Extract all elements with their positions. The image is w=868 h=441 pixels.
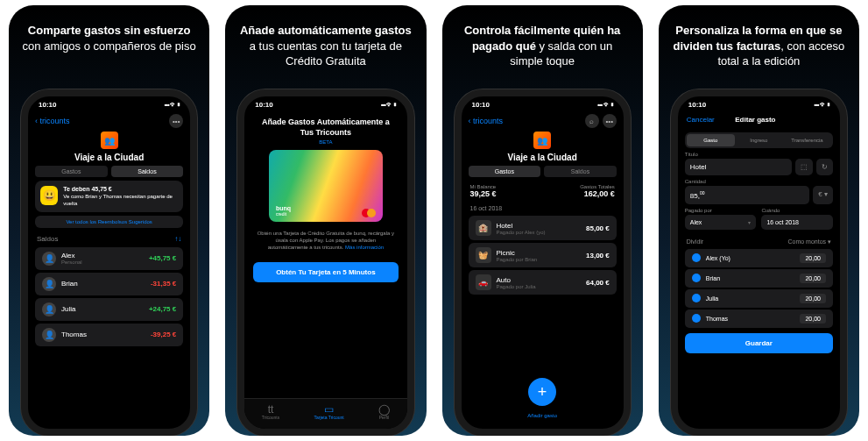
promo-title: Añade Gastos Automáticamente a Tus Trico… xyxy=(244,110,406,139)
tab-saldos[interactable]: Saldos xyxy=(111,166,184,177)
get-card-button[interactable]: Obtén Tu Tarjeta en 5 Minutos xyxy=(253,262,398,282)
when-label: Cuándo xyxy=(761,208,833,213)
paidby-label: Pagado por xyxy=(685,208,757,213)
currency-button[interactable]: € ▾ xyxy=(813,186,833,204)
title-input[interactable]: Hotel xyxy=(685,159,792,175)
balance-row[interactable]: 👤 Thomas -39,25 € xyxy=(35,324,183,346)
total-expenses: Gastos Totales162,00 € xyxy=(580,184,615,198)
balance-row[interactable]: 👤 Julia +24,75 € xyxy=(35,298,183,321)
more-icon[interactable]: ••• xyxy=(603,114,617,128)
mastercard-icon xyxy=(362,209,376,217)
nav-profile[interactable]: ◯Perfil xyxy=(378,404,390,420)
search-icon[interactable]: ⌕ xyxy=(585,114,599,128)
add-expense-fab[interactable]: + xyxy=(528,378,556,406)
segment-tabs: Gasto Ingreso Transferencia xyxy=(685,132,833,148)
expense-icon: 🧺 xyxy=(476,247,491,263)
seg-transfer[interactable]: Transferencia xyxy=(783,134,831,146)
balance-amount: -39,25 € xyxy=(151,331,176,338)
balance-row[interactable]: 👤 AlexPersonal +45,75 € xyxy=(35,247,183,270)
screenshot-2: Añade automáticamente gastos a tus cuent… xyxy=(225,5,426,436)
checkbox-icon[interactable] xyxy=(692,314,701,323)
back-button[interactable]: ‹ tricounts xyxy=(35,117,70,125)
split-amount[interactable]: 20,00 xyxy=(800,294,826,303)
suggested-link[interactable]: Ver todos los Reembolsos Sugeridos xyxy=(35,216,183,228)
split-row[interactable]: Brian 20,00 xyxy=(685,269,833,288)
date-header: 16 oct 2018 xyxy=(462,202,624,213)
balance-amount: -31,35 € xyxy=(151,280,176,288)
headline-1: Comparte gastos sin esfuerzo con amigos … xyxy=(21,23,197,74)
person-name: Alex xyxy=(61,252,75,260)
split-name: Alex (Yo) xyxy=(706,255,801,261)
tab-gastos[interactable]: Gastos xyxy=(469,166,541,177)
screenshot-1: Comparte gastos sin esfuerzo con amigos … xyxy=(9,5,209,436)
headline-3: Controla fácilmente quién ha pagado qué … xyxy=(455,23,631,74)
phone-frame: 10:10••• ᯤ ▮ Añade Gastos Automáticament… xyxy=(237,89,413,436)
category-icon[interactable]: ⬚ xyxy=(795,159,813,175)
seg-ingreso[interactable]: Ingreso xyxy=(735,134,783,146)
group-title: Viaje a la Ciudad xyxy=(462,153,624,162)
tab-gastos[interactable]: Gastos xyxy=(35,166,108,177)
nav-tricounts[interactable]: ttTricounts xyxy=(262,404,279,420)
split-name: Brian xyxy=(706,275,801,281)
expense-sub: Pagado por Brian xyxy=(497,257,587,262)
nav-card[interactable]: ▭Tarjeta Tricount xyxy=(314,404,343,420)
balance-amount: +24,75 € xyxy=(149,305,176,313)
modal-title: Editar gasto xyxy=(715,116,796,124)
checkbox-icon[interactable] xyxy=(692,274,701,282)
split-row[interactable]: Thomas 20,00 xyxy=(685,309,833,328)
split-amount[interactable]: 20,00 xyxy=(800,253,826,263)
seg-gasto[interactable]: Gasto xyxy=(687,134,735,146)
expense-sub: Pagado por Alex (yo) xyxy=(497,230,587,235)
alert-card[interactable]: 😃 Te deben 45,75 €Ve como Brian y Thomas… xyxy=(35,181,183,212)
split-name: Julia xyxy=(706,295,801,302)
when-select[interactable]: 16 oct 2018 xyxy=(761,215,833,230)
expense-row[interactable]: 🧺 PicnicPagado por Brian 13,00 € xyxy=(469,243,617,267)
recurring-icon[interactable]: ↻ xyxy=(816,159,833,175)
checkbox-icon[interactable] xyxy=(692,253,701,262)
beta-badge: BETA xyxy=(244,139,406,145)
avatar-icon: 👤 xyxy=(42,328,56,342)
more-link[interactable]: Más información xyxy=(345,245,384,250)
expense-icon: 🏨 xyxy=(476,220,491,236)
add-expense-label: Añadir gasto xyxy=(527,413,557,418)
split-mode[interactable]: Como montos ▾ xyxy=(787,238,831,245)
split-amount[interactable]: 20,00 xyxy=(800,274,826,283)
screenshot-4: Personaliza la forma en que se dividen t… xyxy=(659,5,859,436)
avatar-icon: 👤 xyxy=(42,277,56,291)
back-button[interactable]: ‹ tricounts xyxy=(469,117,504,125)
headline-4: Personaliza la forma en que se dividen t… xyxy=(671,23,847,74)
expense-icon: 🚗 xyxy=(476,274,491,290)
expense-row[interactable]: 🚗 AutoPagado por Julia 64,00 € xyxy=(469,270,617,295)
balance-amount: +45,75 € xyxy=(149,254,176,262)
expense-amount: 85,00 € xyxy=(586,224,610,232)
save-button[interactable]: Guardar xyxy=(685,333,833,353)
checkbox-icon[interactable] xyxy=(692,294,701,302)
more-icon[interactable]: ••• xyxy=(169,114,183,128)
expense-name: Hotel xyxy=(497,222,513,230)
avatar-icon: 👤 xyxy=(42,302,56,317)
balance-row[interactable]: 👤 Brian -31,35 € xyxy=(35,273,183,295)
headline-2: Añade automáticamente gastos a tus cuent… xyxy=(237,23,413,74)
phone-frame: 10:10••• ᯤ ▮ ‹ tricounts ••• 👥 Viaje a l… xyxy=(21,89,197,436)
phone-frame: 10:10••• ᯤ ▮ Cancelar Editar gasto Gasto… xyxy=(671,89,847,436)
my-balance: Mi Balance39,25 € xyxy=(470,184,497,198)
tab-saldos[interactable]: Saldos xyxy=(544,166,617,177)
split-row[interactable]: Alex (Yo) 20,00 xyxy=(685,249,833,267)
split-row[interactable]: Julia 20,00 xyxy=(685,289,833,308)
credit-card: bunqcredit xyxy=(269,150,383,222)
amount-label: Cantidad xyxy=(685,179,833,184)
person-sub: Personal xyxy=(61,260,149,265)
expense-row[interactable]: 🏨 HotelPagado por Alex (yo) 85,00 € xyxy=(469,216,617,240)
sort-icon[interactable]: ↑↓ xyxy=(174,235,181,243)
avatar-icon: 👤 xyxy=(42,252,56,266)
cancel-button[interactable]: Cancelar xyxy=(687,116,715,124)
split-name: Thomas xyxy=(706,316,801,322)
paidby-select[interactable]: Alex▾ xyxy=(685,215,757,230)
split-amount[interactable]: 20,00 xyxy=(800,314,826,324)
expense-amount: 64,00 € xyxy=(586,279,610,287)
group-icon: 👥 xyxy=(533,132,551,149)
saldos-label: Saldos xyxy=(37,235,58,243)
group-icon: 👥 xyxy=(101,132,118,149)
amount-input[interactable]: 85,00 xyxy=(685,186,810,204)
person-name: Brian xyxy=(61,280,78,288)
